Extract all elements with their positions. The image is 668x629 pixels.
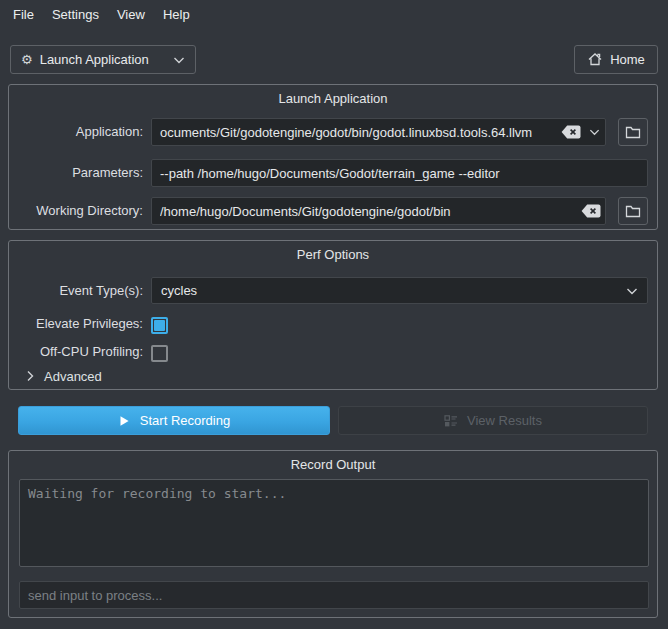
- record-output-textarea[interactable]: Waiting for recording to start...: [19, 479, 649, 567]
- clear-text-icon[interactable]: [580, 201, 602, 221]
- working-directory-row: Working Directory:: [9, 197, 657, 225]
- home-button[interactable]: Home: [574, 45, 658, 74]
- working-directory-label: Working Directory:: [9, 197, 143, 225]
- start-recording-button[interactable]: Start Recording: [18, 406, 330, 435]
- menu-view[interactable]: View: [108, 0, 154, 30]
- launch-group-title: Launch Application: [9, 91, 657, 106]
- parameters-input[interactable]: [151, 159, 648, 187]
- application-label: Application:: [9, 118, 143, 146]
- event-types-combobox[interactable]: cycles: [151, 277, 648, 304]
- chevron-down-icon[interactable]: [585, 122, 603, 142]
- profile-selector-dropdown[interactable]: ⚙ Launch Application: [10, 45, 196, 74]
- application-browse-button[interactable]: [618, 118, 648, 146]
- home-button-label: Home: [610, 52, 645, 67]
- view-results-button: View Results: [338, 406, 648, 435]
- event-types-label: Event Type(s):: [9, 277, 143, 304]
- parameters-label: Parameters:: [9, 159, 143, 187]
- view-results-label: View Results: [467, 413, 542, 428]
- working-directory-browse-button[interactable]: [618, 197, 648, 225]
- record-output-title: Record Output: [9, 457, 657, 472]
- start-recording-label: Start Recording: [140, 413, 230, 428]
- perf-group-title: Perf Options: [9, 247, 657, 262]
- offcpu-profiling-row: Off-CPU Profiling:: [9, 340, 657, 364]
- event-types-value: cycles: [161, 283, 197, 298]
- parameters-row: Parameters:: [9, 159, 657, 187]
- play-icon: [118, 415, 130, 427]
- elevate-privileges-checkbox[interactable]: [151, 317, 168, 334]
- menu-help[interactable]: Help: [154, 0, 199, 30]
- application-row: Application:: [9, 118, 657, 146]
- menu-bar: File Settings View Help: [0, 0, 668, 30]
- perf-options-group: Perf Options Event Type(s): cycles Eleva…: [8, 240, 658, 390]
- elevate-privileges-label: Elevate Privileges:: [9, 312, 143, 336]
- folder-icon: [625, 125, 641, 139]
- offcpu-profiling-checkbox[interactable]: [151, 345, 168, 362]
- chevron-down-icon: [626, 287, 638, 295]
- menu-file[interactable]: File: [4, 0, 43, 30]
- chevron-down-icon: [173, 56, 185, 64]
- record-output-group: Record Output Waiting for recording to s…: [8, 450, 658, 618]
- application-input[interactable]: [151, 118, 606, 146]
- launch-application-group: Launch Application Application: Paramete…: [8, 84, 658, 230]
- gear-icon: ⚙: [21, 52, 33, 67]
- chevron-right-icon: [26, 370, 34, 382]
- send-input-field[interactable]: [19, 581, 649, 609]
- home-icon: [587, 52, 603, 67]
- profile-selector-label: Launch Application: [40, 52, 149, 67]
- elevate-privileges-row: Elevate Privileges:: [9, 312, 657, 336]
- event-types-row: Event Type(s): cycles: [9, 277, 657, 304]
- clear-text-icon[interactable]: [560, 122, 582, 142]
- advanced-label: Advanced: [44, 369, 102, 384]
- menu-settings[interactable]: Settings: [43, 0, 108, 30]
- offcpu-profiling-label: Off-CPU Profiling:: [9, 340, 143, 364]
- view-results-icon: [444, 415, 458, 427]
- folder-icon: [625, 204, 641, 218]
- advanced-expander[interactable]: Advanced: [26, 366, 102, 386]
- working-directory-input[interactable]: [151, 197, 606, 225]
